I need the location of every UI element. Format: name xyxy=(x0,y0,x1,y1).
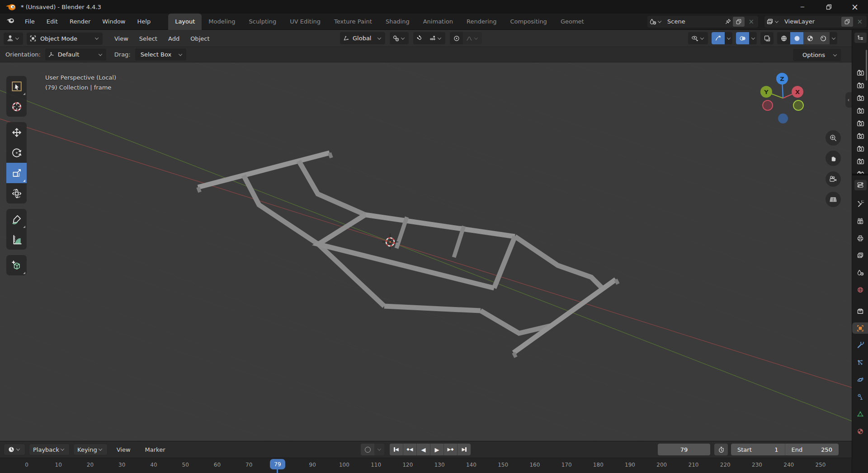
ruler-tick-100[interactable]: 100 xyxy=(339,462,349,468)
outliner-camera-item[interactable] xyxy=(852,129,868,142)
ruler-tick-220[interactable]: 220 xyxy=(720,462,731,468)
ruler-tick-120[interactable]: 120 xyxy=(402,462,413,468)
new-view-layer-button[interactable] xyxy=(841,17,853,27)
ruler-tick-210[interactable]: 210 xyxy=(689,462,699,468)
tab-collection[interactable] xyxy=(852,305,868,317)
sidebar-collapse-tab[interactable]: ‹ xyxy=(845,92,852,108)
tool-measure[interactable] xyxy=(6,229,27,250)
tab-physics[interactable] xyxy=(852,374,868,385)
ruler-tick-50[interactable]: 50 xyxy=(182,462,189,468)
tab-sculpting[interactable]: Sculpting xyxy=(242,14,283,30)
playhead-badge[interactable]: 79 xyxy=(270,459,285,469)
snap-target-dropdown[interactable] xyxy=(426,32,445,44)
tool-scale[interactable] xyxy=(6,163,27,183)
drag-dropdown[interactable]: Select Box xyxy=(135,48,186,61)
shading-rendered-button[interactable] xyxy=(816,32,830,44)
keying-dropdown[interactable]: Keying xyxy=(73,444,108,455)
tab-constraints[interactable] xyxy=(852,391,868,402)
scene-selector[interactable]: Scene × xyxy=(647,16,758,28)
mode-dropdown[interactable]: Object Mode xyxy=(27,33,103,45)
frame-object-mesh[interactable] xyxy=(198,153,618,357)
menu-object[interactable]: Object xyxy=(185,35,215,42)
restore-button[interactable] xyxy=(816,0,842,14)
outliner-camera-item[interactable] xyxy=(852,66,868,79)
new-scene-button[interactable] xyxy=(733,17,745,27)
gizmo-axis-x-neg[interactable] xyxy=(763,100,773,110)
use-preview-range-button[interactable] xyxy=(714,444,728,455)
ruler-tick-60[interactable]: 60 xyxy=(214,462,221,468)
tab-animation[interactable]: Animation xyxy=(416,14,460,30)
snap-toggle[interactable] xyxy=(413,32,426,44)
tab-shading[interactable]: Shading xyxy=(379,14,416,30)
navigation-gizmo[interactable]: Z Y X xyxy=(758,72,808,125)
menu-window[interactable]: Window xyxy=(96,14,131,30)
tab-world[interactable] xyxy=(852,284,868,295)
outliner-camera-item[interactable] xyxy=(852,117,868,129)
zoom-button[interactable] xyxy=(826,130,841,146)
falloff-dropdown[interactable] xyxy=(463,32,482,44)
current-frame-field[interactable]: 79 xyxy=(658,444,710,455)
jump-to-start-button[interactable]: ◀ xyxy=(390,444,403,455)
menu-file[interactable]: File xyxy=(19,14,41,30)
shading-material-button[interactable] xyxy=(803,32,816,44)
menu-view[interactable]: View xyxy=(109,35,134,42)
ruler-tick-0[interactable]: 0 xyxy=(25,462,28,468)
ruler-tick-90[interactable]: 90 xyxy=(309,462,316,468)
outliner-camera-item[interactable] xyxy=(852,167,868,174)
auto-key-toggle[interactable] xyxy=(361,444,374,455)
unlink-scene-button[interactable]: × xyxy=(746,18,756,26)
timeline-ruler[interactable]: 0102030405060709010011012013014015016017… xyxy=(0,458,852,473)
scene-name[interactable]: Scene xyxy=(663,18,725,25)
menu-timeline-marker[interactable]: Marker xyxy=(140,446,171,453)
ruler-tick-250[interactable]: 250 xyxy=(816,462,826,468)
orientation-dropdown[interactable]: Default xyxy=(45,48,106,61)
ruler-tick-20[interactable]: 20 xyxy=(87,462,94,468)
end-frame-field[interactable]: End 250 xyxy=(785,444,839,455)
ruler-tick-190[interactable]: 190 xyxy=(625,462,635,468)
region-divider[interactable] xyxy=(852,174,868,175)
shading-options-button[interactable] xyxy=(830,32,837,44)
tab-modifiers[interactable] xyxy=(852,340,868,351)
tool-select-box[interactable] xyxy=(6,76,27,96)
options-dropdown[interactable]: Options xyxy=(793,49,841,61)
next-keyframe-button[interactable]: ▶◆ xyxy=(444,444,457,455)
ortho-toggle-button[interactable] xyxy=(826,192,841,207)
tool-add-cube[interactable] xyxy=(6,255,27,275)
menu-help[interactable]: Help xyxy=(132,14,157,30)
xray-toggle[interactable] xyxy=(760,32,774,44)
tab-object-data[interactable] xyxy=(852,408,868,420)
ruler-tick-240[interactable]: 240 xyxy=(783,462,794,468)
remove-view-layer-button[interactable]: × xyxy=(854,18,865,26)
outliner-editor-type-button[interactable] xyxy=(852,30,868,45)
tool-annotate[interactable] xyxy=(6,209,27,229)
play-reverse-button[interactable]: ◀ xyxy=(417,444,430,455)
ruler-tick-40[interactable]: 40 xyxy=(150,462,157,468)
editor-type-button[interactable] xyxy=(4,33,23,45)
camera-view-button[interactable] xyxy=(826,171,841,187)
start-frame-field[interactable]: Start 1 xyxy=(731,444,785,455)
shading-wireframe-button[interactable] xyxy=(777,32,790,44)
menu-select[interactable]: Select xyxy=(134,35,163,42)
ruler-tick-180[interactable]: 180 xyxy=(593,462,604,468)
gizmo-axis-y-neg[interactable] xyxy=(793,100,803,110)
properties-editor-type-button[interactable] xyxy=(852,177,868,193)
ruler-tick-170[interactable]: 170 xyxy=(561,462,572,468)
tab-geometry-nodes[interactable]: Geomet xyxy=(554,14,584,30)
tab-layout[interactable]: Layout xyxy=(168,14,202,30)
tab-render[interactable] xyxy=(852,215,868,227)
tab-scene[interactable] xyxy=(852,267,868,278)
tab-particles[interactable] xyxy=(852,357,868,368)
app-menu-button[interactable] xyxy=(0,14,19,30)
view-layer-name[interactable]: ViewLayer xyxy=(780,18,840,25)
tab-compositing[interactable]: Compositing xyxy=(503,14,554,30)
play-button[interactable]: ▶ xyxy=(430,444,443,455)
ruler-tick-110[interactable]: 110 xyxy=(371,462,381,468)
show-gizmo-toggle[interactable] xyxy=(712,32,725,44)
outliner-camera-item[interactable] xyxy=(852,104,868,117)
pan-button[interactable] xyxy=(826,151,841,166)
tab-rendering[interactable]: Rendering xyxy=(460,14,503,30)
ruler-tick-140[interactable]: 140 xyxy=(466,462,476,468)
gizmo-axis-z-neg[interactable] xyxy=(778,114,788,123)
ruler-tick-130[interactable]: 130 xyxy=(434,462,445,468)
tab-tool[interactable] xyxy=(852,198,868,209)
